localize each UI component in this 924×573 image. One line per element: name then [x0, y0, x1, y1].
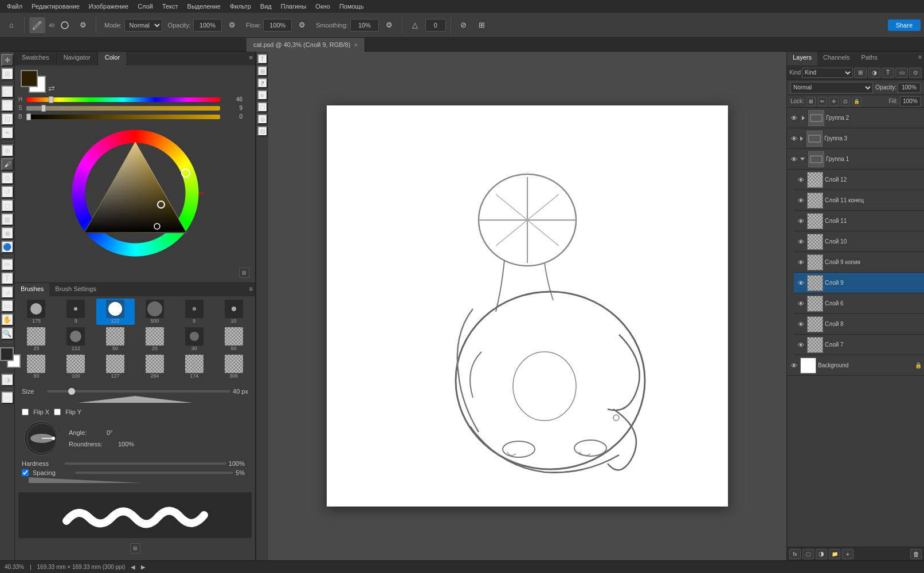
- layer-item-7[interactable]: 👁 Слой 7: [794, 335, 924, 355]
- brush-item-16[interactable]: 174: [175, 354, 213, 380]
- status-arrow-left[interactable]: ◀: [131, 564, 135, 570]
- layers-tab[interactable]: Layers: [787, 52, 817, 65]
- menu-text[interactable]: Текст: [158, 2, 183, 11]
- eye-group3[interactable]: 👁: [789, 134, 798, 143]
- menu-help[interactable]: Помощь: [335, 2, 369, 11]
- swap-colors-icon[interactable]: ⇄: [48, 84, 55, 93]
- brush-angle-widget[interactable]: [24, 421, 58, 456]
- marquee-tool[interactable]: ⬚: [1, 85, 14, 98]
- h-slider-track[interactable]: [26, 97, 220, 102]
- move-tool[interactable]: ✛: [1, 54, 14, 66]
- flow-input[interactable]: [263, 19, 292, 32]
- brush-item-7[interactable]: 112: [57, 326, 95, 352]
- brush-options-button[interactable]: ⚙: [75, 17, 91, 33]
- h-slider-thumb[interactable]: [49, 96, 53, 103]
- brush-item-4[interactable]: 8: [175, 299, 213, 325]
- eye-8[interactable]: 👁: [796, 320, 805, 329]
- brush-item-17[interactable]: 306: [214, 354, 253, 380]
- layer-item-group3[interactable]: 👁 Группа 3: [787, 128, 924, 149]
- menu-window[interactable]: Окно: [311, 2, 335, 11]
- filter-smart-btn[interactable]: ⊙: [909, 68, 922, 78]
- filter-shape-btn[interactable]: ▭: [895, 68, 908, 78]
- filter-adjust-btn[interactable]: ◑: [868, 68, 880, 78]
- layer-item-11end[interactable]: 👁 Слой 11 конец: [794, 190, 924, 211]
- opacity-options-button[interactable]: ⚙: [224, 17, 240, 33]
- layer-item-group2[interactable]: 👁 Группа 2: [787, 108, 924, 128]
- flip-x-checkbox[interactable]: [22, 409, 29, 415]
- lock-paint-btn[interactable]: ✏: [818, 97, 827, 106]
- lock-all-btn[interactable]: 🔒: [852, 97, 862, 106]
- more-tools[interactable]: ···: [1, 391, 14, 404]
- gradient-tool[interactable]: ▦: [1, 213, 14, 226]
- zoom-tool[interactable]: 🔍: [1, 327, 14, 340]
- channels-tab[interactable]: Channels: [817, 52, 855, 65]
- brush-settings-tab[interactable]: Brush Settings: [49, 283, 102, 296]
- eye-background[interactable]: 👁: [789, 361, 798, 370]
- layer-item-10[interactable]: 👁 Слой 10: [794, 231, 924, 252]
- eye-10[interactable]: 👁: [796, 237, 805, 246]
- eye-group2[interactable]: 👁: [789, 113, 798, 123]
- add-mask-button[interactable]: □: [802, 549, 814, 559]
- lasso-tool[interactable]: ⌒: [1, 99, 14, 112]
- brush-item-0[interactable]: 175: [17, 299, 56, 325]
- menu-select[interactable]: Выделение: [183, 2, 225, 11]
- canvas-area[interactable]: [268, 52, 786, 560]
- brush-item-2[interactable]: 122: [96, 299, 135, 325]
- filter-pixel-btn[interactable]: ⊞: [854, 68, 867, 78]
- menu-filter[interactable]: Фильтр: [225, 2, 256, 11]
- quick-mask-tool[interactable]: ◑: [1, 374, 14, 386]
- menu-layer[interactable]: Слой: [133, 2, 158, 11]
- color-fg-swatch[interactable]: [21, 70, 38, 87]
- doc-tab[interactable]: cat.psd @ 40,3% (Слой 9, RGB/8) ×: [246, 38, 365, 52]
- layer-item-9copy[interactable]: 👁 Слой 9 копия: [794, 252, 924, 273]
- brush-item-9[interactable]: 25: [136, 326, 174, 352]
- doc-tab-close[interactable]: ×: [354, 41, 357, 48]
- s-slider-thumb[interactable]: [41, 105, 46, 112]
- adjustment-button[interactable]: ◑: [816, 549, 827, 559]
- shape-tool[interactable]: ▭: [1, 300, 14, 312]
- eye-7[interactable]: 👁: [796, 340, 805, 350]
- pen-tool[interactable]: ✏: [1, 258, 14, 271]
- brush-item-14[interactable]: 127: [96, 354, 135, 380]
- panel-menu[interactable]: ≡: [247, 52, 255, 65]
- delete-layer-button[interactable]: 🗑: [910, 549, 922, 559]
- layer-item-9[interactable]: 👁 Слой 9: [794, 273, 924, 293]
- extra-button[interactable]: ⊞: [474, 17, 490, 33]
- angle-button[interactable]: △: [407, 17, 423, 33]
- smoothing-options-button[interactable]: ⚙: [381, 17, 397, 33]
- layer-item-12[interactable]: 👁 Слой 12: [794, 170, 924, 190]
- s-slider-track[interactable]: [26, 106, 220, 111]
- brush-item-5[interactable]: 10: [214, 299, 253, 325]
- menu-edit[interactable]: Редактирование: [27, 2, 84, 11]
- brush-item-6[interactable]: 25: [17, 326, 56, 352]
- layer-item-background[interactable]: 👁 Background 🔒: [787, 355, 924, 376]
- b-slider-thumb[interactable]: [26, 113, 31, 120]
- brush-picker-button[interactable]: [57, 17, 73, 33]
- flip-y-checkbox[interactable]: [54, 409, 61, 415]
- blend-mode-select[interactable]: Normal: [790, 82, 873, 93]
- lock-pixels-btn[interactable]: ⊞: [806, 97, 816, 106]
- hardness-slider[interactable]: [64, 462, 226, 465]
- flow-options-button[interactable]: ⚙: [294, 17, 310, 33]
- size-slider[interactable]: [47, 390, 230, 393]
- text-tool[interactable]: T: [1, 272, 14, 285]
- layers-panel-menu[interactable]: ≡: [916, 52, 924, 65]
- rm-btn-6[interactable]: ⊙: [257, 114, 268, 124]
- pressure-button[interactable]: ⊘: [456, 17, 472, 33]
- brush-item-13[interactable]: 100: [57, 354, 95, 380]
- brush-panel-menu[interactable]: ≡: [247, 283, 255, 296]
- dodge-tool[interactable]: 🔵: [1, 241, 14, 253]
- smoothing-input[interactable]: [350, 19, 379, 32]
- layer-item-group1[interactable]: 👁 Группа 1: [787, 149, 924, 170]
- healing-tool[interactable]: ⊕: [1, 144, 14, 157]
- rm-btn-7[interactable]: ⊡: [257, 126, 268, 136]
- eye-9copy[interactable]: 👁: [796, 258, 805, 267]
- spacing-checkbox[interactable]: [22, 469, 29, 476]
- path-tool[interactable]: ⊿: [1, 286, 14, 299]
- menu-file[interactable]: Файл: [2, 2, 27, 11]
- blur-tool[interactable]: ◉: [1, 227, 14, 240]
- rm-btn-3[interactable]: ⁋: [257, 78, 268, 88]
- fill-input[interactable]: [900, 96, 921, 107]
- layer-item-11[interactable]: 👁 Слой 11: [794, 211, 924, 231]
- brush-item-10[interactable]: 30: [175, 326, 213, 352]
